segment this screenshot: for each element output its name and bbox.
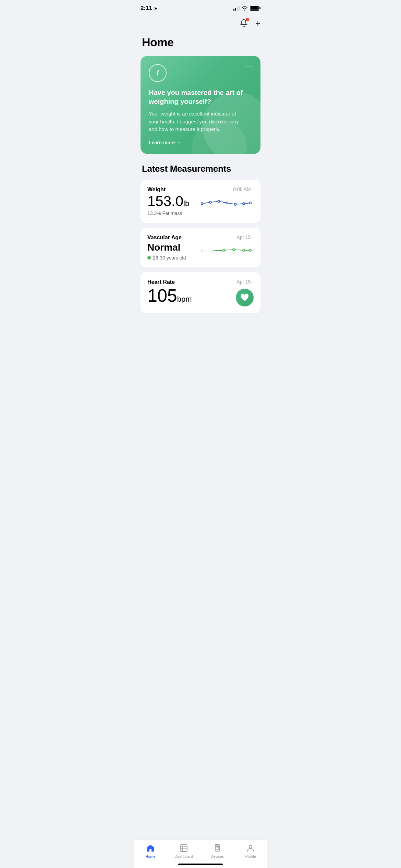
svg-point-11 — [223, 249, 225, 251]
svg-point-1 — [209, 201, 211, 203]
chevron-icon: › — [252, 279, 254, 284]
svg-point-3 — [226, 202, 228, 204]
svg-point-4 — [234, 203, 236, 205]
vascular-age-card[interactable]: Vascular Age Normal 26-30 years old Apr … — [141, 228, 260, 267]
notification-badge — [246, 18, 249, 21]
vascular-label: Vascular Age — [147, 234, 186, 241]
vascular-chart — [199, 244, 254, 258]
weight-sub: 13.3% Fat mass — [147, 210, 189, 216]
page-title: Home — [134, 32, 267, 56]
chevron-icon: › — [252, 186, 254, 192]
vascular-value: Normal — [147, 242, 186, 253]
section-title: Latest Measurements — [134, 164, 267, 180]
learn-more-link[interactable]: Learn more → — [149, 140, 181, 145]
status-bar: 2:11 ➤ — [134, 0, 267, 14]
location-icon: ➤ — [154, 6, 158, 11]
svg-point-5 — [243, 203, 245, 205]
weight-time: 8:08 AM › — [233, 186, 254, 192]
svg-point-14 — [249, 249, 251, 251]
svg-point-9 — [201, 250, 203, 252]
svg-point-0 — [201, 203, 203, 205]
info-card[interactable]: ··· i Have you mastered the art of weigh… — [141, 56, 260, 154]
weight-card[interactable]: Weight 153.0lb 13.3% Fat mass 8:08 AM › — [141, 180, 260, 223]
vascular-sub: 26-30 years old — [147, 255, 186, 261]
add-button[interactable]: Add+ — [255, 19, 260, 28]
battery-icon — [250, 6, 260, 11]
vascular-time: Apr 15 › — [236, 234, 254, 240]
header-actions: Add+ — [134, 14, 267, 32]
svg-point-6 — [249, 202, 251, 204]
svg-point-12 — [233, 249, 235, 251]
signal-bars — [233, 6, 240, 11]
status-dot — [147, 256, 151, 260]
notification-button[interactable] — [238, 17, 250, 29]
heart-rate-card[interactable]: Heart Rate 105bpm Apr 15 › — [141, 272, 260, 313]
heart-rate-time: Apr 15 › — [236, 279, 254, 285]
heart-icon-circle — [236, 289, 254, 306]
heart-rate-value: 105bpm — [147, 287, 192, 304]
weight-value: 153.0lb — [147, 194, 189, 208]
weight-label: Weight — [147, 186, 189, 193]
svg-point-10 — [211, 250, 213, 252]
info-icon-circle: i — [149, 64, 167, 82]
status-time: 2:11 ➤ — [141, 5, 158, 12]
svg-point-13 — [243, 249, 245, 251]
svg-point-2 — [218, 200, 220, 202]
card-menu-button[interactable]: ··· — [245, 63, 254, 70]
weight-chart — [199, 196, 254, 210]
heart-rate-label: Heart Rate — [147, 279, 192, 285]
chevron-icon: › — [252, 234, 254, 240]
heart-icon — [240, 293, 250, 302]
wifi-icon — [242, 6, 248, 11]
status-icons — [233, 6, 260, 11]
